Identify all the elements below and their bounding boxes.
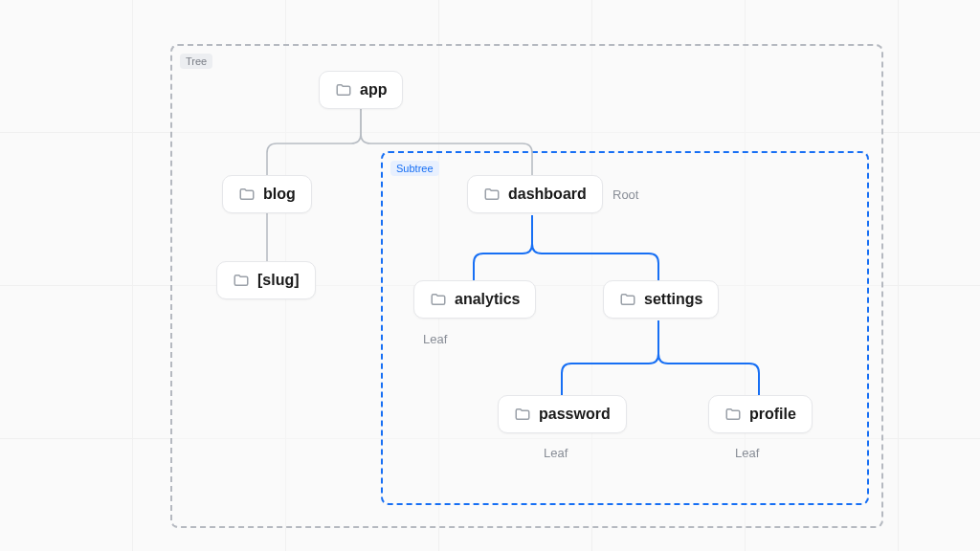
node-label: analytics <box>455 291 520 308</box>
node-password: password <box>498 395 627 433</box>
folder-icon <box>514 406 531 423</box>
node-analytics: analytics <box>413 280 536 319</box>
folder-icon <box>430 291 447 308</box>
node-settings: settings <box>603 280 719 319</box>
folder-icon <box>335 81 352 99</box>
folder-icon <box>238 186 256 203</box>
tree-panel-label: Tree <box>180 54 212 69</box>
node-label: app <box>360 81 387 99</box>
node-label: password <box>539 406 611 423</box>
node-label: profile <box>749 406 796 423</box>
node-app: app <box>319 71 403 109</box>
diagram-stage: Tree Subtree app blog <box>0 0 980 551</box>
node-blog: blog <box>222 175 312 213</box>
node-label: blog <box>263 186 296 203</box>
node-slug: [slug] <box>216 261 316 299</box>
node-label: dashboard <box>508 186 587 203</box>
node-profile: profile <box>708 395 813 433</box>
folder-icon <box>724 406 742 423</box>
node-dashboard: dashboard <box>467 175 603 213</box>
subtree-panel-label: Subtree <box>390 161 439 176</box>
folder-icon <box>233 272 250 289</box>
folder-icon <box>483 186 501 203</box>
node-label: settings <box>644 291 702 308</box>
subtree-panel: Subtree <box>381 151 869 505</box>
annotation-leaf-profile: Leaf <box>735 446 759 460</box>
annotation-root: Root <box>612 187 638 202</box>
folder-icon <box>619 291 636 308</box>
annotation-leaf-analytics: Leaf <box>423 332 447 346</box>
annotation-leaf-password: Leaf <box>544 446 568 460</box>
node-label: [slug] <box>257 272 300 289</box>
